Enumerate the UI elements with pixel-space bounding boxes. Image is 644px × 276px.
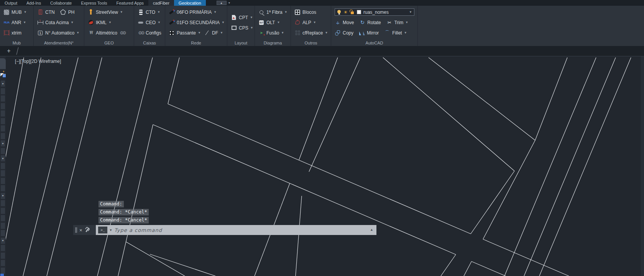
mub-button[interactable]: MUB▼ — [3, 9, 27, 15]
street-line[interactable] — [126, 242, 185, 276]
street-line[interactable] — [23, 58, 78, 276]
drawing-canvas[interactable]: [−][Top][2D Wireframe] ◤ ▼▼▼▼▼ — [0, 56, 644, 276]
quick-select-cursor-icon[interactable]: ◤ — [0, 71, 5, 79]
street-line[interactable] — [429, 58, 535, 140]
cps-button[interactable]: CPS▼ — [231, 25, 253, 31]
dock-button[interactable] — [0, 215, 5, 222]
dock-button[interactable] — [0, 260, 5, 266]
dock-button[interactable] — [0, 148, 5, 154]
mirror-button[interactable]: Mirror — [359, 30, 379, 36]
blocos-button[interactable]: Blocos — [294, 9, 316, 15]
ribbon-minimize-button[interactable]: ▲ — [217, 1, 227, 5]
wrench-customize-icon[interactable] — [85, 228, 90, 233]
tab-collaborate[interactable]: Collaborate — [46, 0, 76, 6]
trim-button[interactable]: ✂ Trim▼ — [386, 20, 408, 26]
layer-on-bulb-icon[interactable] — [337, 9, 341, 15]
street-line[interactable] — [464, 261, 472, 276]
layer-dropdown-caret[interactable]: ▼ — [409, 11, 412, 14]
recent-commands-caret[interactable]: ▼ — [109, 228, 112, 232]
tab-featured-apps[interactable]: Featured Apps — [112, 0, 149, 6]
command-prompt-icon[interactable]: >_ — [98, 227, 107, 233]
ctn-button[interactable]: CTN — [37, 9, 55, 15]
dock-button[interactable] — [0, 110, 5, 117]
dock-button[interactable] — [0, 207, 5, 214]
streetview-button[interactable]: StreetView▼ — [88, 9, 123, 15]
street-line[interactable] — [97, 58, 153, 276]
tab-cadfiber[interactable]: cadFiber — [148, 0, 174, 6]
numero-automatico-button[interactable]: 1 N° Automatico▼ — [37, 30, 79, 36]
configs-button[interactable]: ⚙⚙ Configs — [138, 30, 161, 36]
move-button[interactable]: Move — [335, 20, 354, 26]
dock-tab[interactable] — [0, 58, 6, 69]
ph-button[interactable]: PH — [60, 9, 75, 15]
dock-button[interactable] — [0, 163, 5, 169]
fo01-secundaria-button[interactable]: 01FO SECUNDÁRIA▼ — [169, 20, 225, 26]
cto-button[interactable]: CTO▼ — [138, 9, 160, 15]
street-line[interactable] — [47, 58, 102, 276]
street-line[interactable] — [504, 58, 596, 276]
tab-output[interactable]: Output — [0, 0, 22, 6]
street-line[interactable] — [535, 58, 567, 140]
street-line[interactable] — [483, 239, 569, 276]
viewport-controls-label[interactable]: [−][Top][2D Wireframe] — [15, 59, 61, 64]
dock-button[interactable] — [0, 245, 5, 251]
street-line[interactable] — [168, 58, 179, 104]
tab-add-ins[interactable]: Add-Ins — [22, 0, 46, 6]
dock-flyout-button[interactable]: ▼ — [0, 192, 5, 199]
street-line[interactable] — [168, 104, 471, 234]
cfreplace-button[interactable]: cfReplace▼ — [294, 30, 328, 36]
olt-button[interactable]: OLT OLT▼ — [258, 20, 280, 26]
xtrim-button[interactable]: xtrim — [3, 30, 21, 36]
fusao-button[interactable]: ➤ Fusão▼ — [258, 30, 284, 36]
drag-grip-icon[interactable] — [75, 227, 77, 233]
command-input-field[interactable]: >_ ▼ Type a command ▲ — [96, 225, 376, 235]
street-line[interactable] — [471, 171, 514, 234]
street-line[interactable] — [539, 58, 631, 276]
dock-button[interactable] — [0, 200, 5, 207]
street-line[interactable] — [150, 254, 215, 276]
street-line[interactable] — [441, 255, 456, 276]
street-line[interactable] — [472, 261, 506, 276]
layer-dropdown[interactable]: ☀ ruas_nomes ▼ — [335, 8, 414, 16]
street-line[interactable] — [483, 140, 535, 239]
cota-acima-button[interactable]: Cota Acima▼ — [37, 20, 74, 26]
alp-button[interactable]: ALP▼ — [294, 20, 316, 26]
close-icon[interactable]: × — [79, 228, 82, 233]
rotate-button[interactable]: ↻ Rotate — [359, 20, 381, 26]
fillet-button[interactable]: ⌒ Fillet▼ — [384, 30, 407, 36]
dock-button[interactable] — [0, 95, 5, 102]
layer-freeze-sun-icon[interactable]: ☀ — [343, 9, 348, 15]
dock-button[interactable] — [0, 118, 5, 125]
ceo-button[interactable]: CEO▼ — [138, 20, 161, 26]
tab-geolocation[interactable]: Geolocation — [174, 0, 206, 6]
cpt-button[interactable]: CPT▼ — [231, 15, 253, 21]
ikml-button[interactable]: IKML▼ — [88, 20, 112, 26]
dock-flyout-button[interactable]: ▼ — [0, 155, 5, 162]
anr-button[interactable]: RUA ANR▼ — [3, 20, 26, 26]
fo06-primaria-button[interactable]: 06FO PRIMÁRIA▼ — [169, 9, 217, 15]
street-line[interactable] — [118, 125, 153, 276]
dock-button[interactable] — [0, 267, 5, 274]
altimetrico-button[interactable]: ŦŦ Altimétrico ⚙⚙ — [88, 30, 125, 36]
street-line[interactable] — [296, 196, 302, 276]
street-line[interactable] — [0, 58, 41, 268]
dock-button[interactable] — [0, 185, 5, 192]
passante-button[interactable]: Passante▼ — [169, 30, 201, 36]
street-line[interactable] — [383, 58, 514, 171]
dock-button[interactable] — [0, 222, 5, 229]
dock-button[interactable] — [0, 125, 5, 132]
dock-button[interactable] — [0, 230, 5, 237]
dock-button[interactable] — [0, 133, 5, 140]
dock-flyout-button[interactable]: ▼ — [0, 80, 5, 87]
dock-button[interactable] — [0, 103, 5, 110]
df-button[interactable]: DF▼ — [204, 30, 223, 36]
primeira-fibra-button[interactable]: 1ª Fibra▼ — [258, 9, 288, 15]
dock-flyout-button[interactable]: ▼ — [0, 140, 5, 147]
tab-express-tools[interactable]: Express Tools — [76, 0, 112, 6]
expand-history-arrow[interactable]: ▲ — [370, 228, 373, 232]
street-line[interactable] — [153, 125, 456, 255]
layer-color-swatch[interactable] — [356, 9, 361, 15]
dock-button[interactable] — [0, 252, 5, 259]
dock-flyout-button[interactable]: ▼ — [0, 237, 5, 244]
dock-button[interactable] — [0, 170, 5, 177]
